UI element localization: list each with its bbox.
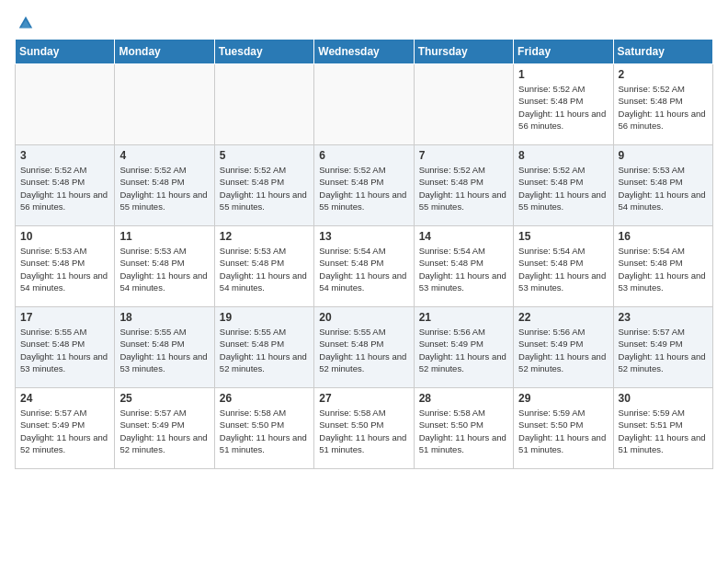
day-number: 18 <box>119 311 209 324</box>
day-info: Sunrise: 5:55 AM Sunset: 5:48 PM Dayligh… <box>319 326 408 374</box>
day-info: Sunrise: 5:58 AM Sunset: 5:50 PM Dayligh… <box>419 407 508 455</box>
day-info: Sunrise: 5:54 AM Sunset: 5:48 PM Dayligh… <box>419 245 508 293</box>
calendar-cell: 30Sunrise: 5:59 AM Sunset: 5:51 PM Dayli… <box>613 388 712 469</box>
day-info: Sunrise: 5:55 AM Sunset: 5:48 PM Dayligh… <box>20 326 109 374</box>
day-number: 17 <box>20 311 109 324</box>
calendar-cell: 18Sunrise: 5:55 AM Sunset: 5:48 PM Dayli… <box>115 307 214 388</box>
day-number: 23 <box>619 311 708 324</box>
calendar-cell: 5Sunrise: 5:52 AM Sunset: 5:48 PM Daylig… <box>214 145 313 226</box>
calendar-cell: 6Sunrise: 5:52 AM Sunset: 5:48 PM Daylig… <box>314 145 414 226</box>
calendar-cell <box>16 64 115 145</box>
day-number: 6 <box>319 149 408 162</box>
day-number: 21 <box>419 311 508 324</box>
calendar-week-row: 24Sunrise: 5:57 AM Sunset: 5:49 PM Dayli… <box>16 388 713 469</box>
calendar-cell: 16Sunrise: 5:54 AM Sunset: 5:48 PM Dayli… <box>613 226 712 307</box>
day-info: Sunrise: 5:53 AM Sunset: 5:48 PM Dayligh… <box>20 245 109 293</box>
calendar-cell: 26Sunrise: 5:58 AM Sunset: 5:50 PM Dayli… <box>214 388 313 469</box>
calendar-cell: 25Sunrise: 5:57 AM Sunset: 5:49 PM Dayli… <box>115 388 214 469</box>
day-header-wednesday: Wednesday <box>314 40 414 64</box>
calendar-cell: 14Sunrise: 5:54 AM Sunset: 5:48 PM Dayli… <box>414 226 513 307</box>
day-number: 30 <box>619 392 708 405</box>
day-info: Sunrise: 5:59 AM Sunset: 5:51 PM Dayligh… <box>619 407 708 455</box>
calendar-cell: 10Sunrise: 5:53 AM Sunset: 5:48 PM Dayli… <box>16 226 115 307</box>
day-number: 27 <box>319 392 408 405</box>
day-info: Sunrise: 5:59 AM Sunset: 5:50 PM Dayligh… <box>518 407 608 455</box>
day-info: Sunrise: 5:54 AM Sunset: 5:48 PM Dayligh… <box>619 245 708 293</box>
day-number: 20 <box>319 311 408 324</box>
day-number: 4 <box>119 149 209 162</box>
day-info: Sunrise: 5:53 AM Sunset: 5:48 PM Dayligh… <box>119 245 209 293</box>
day-info: Sunrise: 5:52 AM Sunset: 5:48 PM Dayligh… <box>20 164 109 213</box>
calendar-cell <box>414 64 513 145</box>
day-info: Sunrise: 5:56 AM Sunset: 5:49 PM Dayligh… <box>518 326 608 374</box>
day-number: 16 <box>619 230 708 243</box>
day-number: 13 <box>319 230 408 243</box>
calendar-cell: 11Sunrise: 5:53 AM Sunset: 5:48 PM Dayli… <box>115 226 214 307</box>
calendar-week-row: 1Sunrise: 5:52 AM Sunset: 5:48 PM Daylig… <box>16 64 713 145</box>
day-number: 29 <box>518 392 608 405</box>
day-info: Sunrise: 5:53 AM Sunset: 5:48 PM Dayligh… <box>220 245 309 293</box>
calendar-cell: 9Sunrise: 5:53 AM Sunset: 5:48 PM Daylig… <box>613 145 712 226</box>
day-info: Sunrise: 5:58 AM Sunset: 5:50 PM Dayligh… <box>319 407 408 455</box>
day-header-friday: Friday <box>514 40 613 64</box>
calendar-cell <box>214 64 313 145</box>
calendar-cell: 4Sunrise: 5:52 AM Sunset: 5:48 PM Daylig… <box>115 145 214 226</box>
day-number: 11 <box>119 230 209 243</box>
day-number: 5 <box>220 149 309 162</box>
day-header-tuesday: Tuesday <box>214 40 313 64</box>
calendar-cell: 28Sunrise: 5:58 AM Sunset: 5:50 PM Dayli… <box>414 388 513 469</box>
calendar-week-row: 10Sunrise: 5:53 AM Sunset: 5:48 PM Dayli… <box>16 226 713 307</box>
calendar-cell: 23Sunrise: 5:57 AM Sunset: 5:49 PM Dayli… <box>613 307 712 388</box>
day-number: 14 <box>419 230 508 243</box>
page-header <box>15 15 713 28</box>
logo <box>15 15 35 28</box>
day-info: Sunrise: 5:57 AM Sunset: 5:49 PM Dayligh… <box>119 407 209 455</box>
day-info: Sunrise: 5:52 AM Sunset: 5:48 PM Dayligh… <box>119 164 209 213</box>
day-number: 26 <box>220 392 309 405</box>
calendar-week-row: 3Sunrise: 5:52 AM Sunset: 5:48 PM Daylig… <box>16 145 713 226</box>
calendar-cell <box>314 64 414 145</box>
day-info: Sunrise: 5:53 AM Sunset: 5:48 PM Dayligh… <box>619 164 708 213</box>
day-info: Sunrise: 5:54 AM Sunset: 5:48 PM Dayligh… <box>319 245 408 293</box>
calendar-cell: 2Sunrise: 5:52 AM Sunset: 5:48 PM Daylig… <box>613 64 712 145</box>
day-info: Sunrise: 5:57 AM Sunset: 5:49 PM Dayligh… <box>20 407 109 455</box>
day-info: Sunrise: 5:52 AM Sunset: 5:48 PM Dayligh… <box>220 164 309 213</box>
calendar-cell: 22Sunrise: 5:56 AM Sunset: 5:49 PM Dayli… <box>514 307 613 388</box>
day-header-sunday: Sunday <box>16 40 115 64</box>
day-number: 12 <box>220 230 309 243</box>
calendar-cell: 3Sunrise: 5:52 AM Sunset: 5:48 PM Daylig… <box>16 145 115 226</box>
day-info: Sunrise: 5:52 AM Sunset: 5:48 PM Dayligh… <box>518 164 608 213</box>
calendar-cell <box>115 64 214 145</box>
day-number: 22 <box>518 311 608 324</box>
calendar-cell: 21Sunrise: 5:56 AM Sunset: 5:49 PM Dayli… <box>414 307 513 388</box>
calendar-cell: 27Sunrise: 5:58 AM Sunset: 5:50 PM Dayli… <box>314 388 414 469</box>
calendar-cell: 24Sunrise: 5:57 AM Sunset: 5:49 PM Dayli… <box>16 388 115 469</box>
day-header-saturday: Saturday <box>613 40 712 64</box>
calendar-cell: 15Sunrise: 5:54 AM Sunset: 5:48 PM Dayli… <box>514 226 613 307</box>
day-number: 9 <box>619 149 708 162</box>
day-number: 3 <box>20 149 109 162</box>
day-info: Sunrise: 5:54 AM Sunset: 5:48 PM Dayligh… <box>518 245 608 293</box>
day-number: 1 <box>518 68 608 81</box>
day-info: Sunrise: 5:58 AM Sunset: 5:50 PM Dayligh… <box>220 407 309 455</box>
day-info: Sunrise: 5:52 AM Sunset: 5:48 PM Dayligh… <box>419 164 508 213</box>
calendar-cell: 20Sunrise: 5:55 AM Sunset: 5:48 PM Dayli… <box>314 307 414 388</box>
day-number: 8 <box>518 149 608 162</box>
day-info: Sunrise: 5:52 AM Sunset: 5:48 PM Dayligh… <box>319 164 408 213</box>
calendar-cell: 7Sunrise: 5:52 AM Sunset: 5:48 PM Daylig… <box>414 145 513 226</box>
day-info: Sunrise: 5:57 AM Sunset: 5:49 PM Dayligh… <box>619 326 708 374</box>
day-info: Sunrise: 5:56 AM Sunset: 5:49 PM Dayligh… <box>419 326 508 374</box>
calendar-cell: 19Sunrise: 5:55 AM Sunset: 5:48 PM Dayli… <box>214 307 313 388</box>
calendar-cell: 29Sunrise: 5:59 AM Sunset: 5:50 PM Dayli… <box>514 388 613 469</box>
day-info: Sunrise: 5:55 AM Sunset: 5:48 PM Dayligh… <box>220 326 309 374</box>
calendar-header-row: SundayMondayTuesdayWednesdayThursdayFrid… <box>16 40 713 64</box>
day-info: Sunrise: 5:55 AM Sunset: 5:48 PM Dayligh… <box>119 326 209 374</box>
day-number: 25 <box>119 392 209 405</box>
day-number: 2 <box>619 68 708 81</box>
calendar-cell: 8Sunrise: 5:52 AM Sunset: 5:48 PM Daylig… <box>514 145 613 226</box>
calendar-cell: 17Sunrise: 5:55 AM Sunset: 5:48 PM Dayli… <box>16 307 115 388</box>
day-header-thursday: Thursday <box>414 40 513 64</box>
day-number: 15 <box>518 230 608 243</box>
calendar-cell: 1Sunrise: 5:52 AM Sunset: 5:48 PM Daylig… <box>514 64 613 145</box>
logo-icon <box>17 15 34 31</box>
